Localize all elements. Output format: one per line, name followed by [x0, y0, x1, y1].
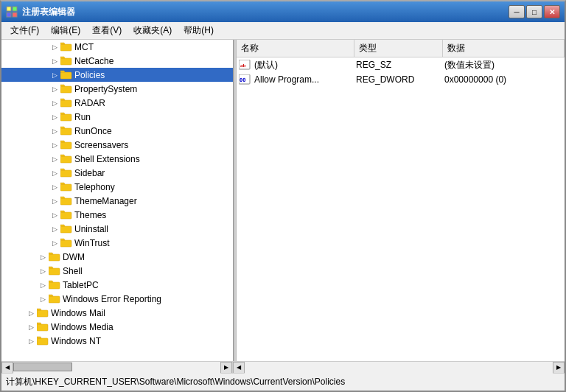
- expand-arrow-telephony[interactable]: ▷: [49, 180, 60, 194]
- tree-item-dwm[interactable]: ▷ DWM: [1, 250, 233, 264]
- tree-item-sidebar[interactable]: ▷ Sidebar: [1, 166, 233, 180]
- tree-item-winerrorreporting[interactable]: ▷ Windows Error Reporting: [1, 292, 233, 306]
- tree-label-netcache: NetCache: [74, 56, 113, 66]
- tree-item-run[interactable]: ▷ Run: [1, 110, 233, 124]
- column-header-data[interactable]: 数据: [443, 40, 565, 57]
- expand-arrow-tabletpc[interactable]: ▷: [37, 278, 49, 292]
- expand-arrow-netcache[interactable]: ▷: [49, 54, 60, 68]
- hscroll-right-right-btn[interactable]: ▶: [553, 362, 565, 374]
- menu-item-help[interactable]: 帮助(H): [178, 23, 220, 38]
- hscroll-right-btn[interactable]: ▶: [220, 362, 232, 374]
- tree-item-propertysystem[interactable]: ▷ PropertySystem: [1, 82, 233, 96]
- tree-item-windowsmedia[interactable]: ▷ Windows Media: [1, 320, 233, 334]
- maximize-button[interactable]: □: [526, 5, 542, 18]
- svg-rect-0: [7, 7, 11, 11]
- expand-arrow-run[interactable]: ▷: [49, 110, 60, 124]
- hscroll-right-left-btn[interactable]: ◀: [233, 362, 245, 374]
- minimize-button[interactable]: ─: [509, 5, 525, 18]
- column-header-name[interactable]: 名称: [237, 40, 354, 57]
- expand-arrow-uninstall[interactable]: ▷: [49, 222, 60, 236]
- tree-item-wintrust[interactable]: ▷ WinTrust: [1, 236, 233, 250]
- tree-scroll[interactable]: ▷ MCT▷ NetCache▷ Policies▷ PropertySyste…: [1, 40, 233, 361]
- expand-arrow-shell[interactable]: ▷: [37, 264, 49, 278]
- menu-item-file[interactable]: 文件(F): [4, 23, 45, 38]
- folder-icon-dwm: [49, 251, 60, 263]
- reg-row-1[interactable]: 00Allow Program...REG_DWORD0x00000000 (0…: [237, 72, 565, 87]
- tree-item-uninstall[interactable]: ▷ Uninstall: [1, 222, 233, 236]
- svg-rect-12: [60, 156, 71, 163]
- tree-label-sidebar: Sidebar: [74, 168, 105, 178]
- expand-arrow-policies[interactable]: ▷: [49, 68, 60, 82]
- expand-arrow-mct[interactable]: ▷: [49, 40, 60, 54]
- expand-arrow-themes[interactable]: ▷: [49, 208, 60, 222]
- window-title: 注册表编辑器: [22, 6, 509, 18]
- folder-icon-winerrorreporting: [49, 293, 60, 305]
- folder-icon-radar: [60, 97, 72, 109]
- hscroll-right-track[interactable]: [245, 362, 553, 374]
- tree-label-dwm: DWM: [63, 252, 85, 262]
- expand-arrow-windowsnt[interactable]: ▷: [25, 334, 37, 348]
- tree-item-shellextensions[interactable]: ▷ Shell Extensions: [1, 152, 233, 166]
- expand-arrow-windowsmedia[interactable]: ▷: [25, 320, 37, 334]
- reg-row-0[interactable]: ab(默认)REG_SZ(数值未设置): [237, 57, 565, 72]
- expand-arrow-wintrust[interactable]: ▷: [49, 236, 60, 250]
- tree-item-radar[interactable]: ▷ RADAR: [1, 96, 233, 110]
- svg-rect-23: [37, 310, 48, 317]
- tree-item-screensavers[interactable]: ▷ Screensavers: [1, 138, 233, 152]
- expand-arrow-sidebar[interactable]: ▷: [49, 166, 60, 180]
- tree-item-telephony[interactable]: ▷ Telephony: [1, 180, 233, 194]
- tree-item-windowsnt[interactable]: ▷ Windows NT: [1, 334, 233, 348]
- svg-rect-24: [37, 324, 48, 331]
- tree-item-windowsmail[interactable]: ▷ Windows Mail: [1, 306, 233, 320]
- expand-arrow-radar[interactable]: ▷: [49, 96, 60, 110]
- tree-label-mct: MCT: [74, 42, 94, 52]
- svg-rect-13: [60, 170, 71, 177]
- expand-arrow-runonce[interactable]: ▷: [49, 124, 60, 138]
- svg-rect-25: [37, 338, 48, 345]
- tree-item-thememanager[interactable]: ▷ ThemeManager: [1, 194, 233, 208]
- expand-arrow-shellextensions[interactable]: ▷: [49, 152, 60, 166]
- expand-arrow-dwm[interactable]: ▷: [37, 250, 49, 264]
- tree-label-windowsnt: Windows NT: [51, 336, 101, 346]
- svg-text:ab: ab: [240, 63, 246, 69]
- svg-rect-16: [60, 212, 71, 219]
- registry-values[interactable]: ab(默认)REG_SZ(数值未设置)00Allow Program...REG…: [237, 57, 565, 361]
- tree-item-tabletpc[interactable]: ▷ TabletPC: [1, 278, 233, 292]
- hscroll-left-track[interactable]: [13, 362, 220, 374]
- right-panel: 名称 类型 数据 ab(默认)REG_SZ(数值未设置)00Allow Prog…: [237, 40, 565, 361]
- menu-item-view[interactable]: 查看(V): [86, 23, 127, 38]
- hscroll-left-btn[interactable]: ◀: [1, 362, 13, 374]
- main-content: ▷ MCT▷ NetCache▷ Policies▷ PropertySyste…: [1, 40, 565, 361]
- svg-rect-1: [13, 7, 17, 11]
- expand-arrow-screensavers[interactable]: ▷: [49, 138, 60, 152]
- folder-icon-run: [60, 111, 72, 123]
- reg-icon-0: ab: [238, 58, 251, 71]
- tree-item-netcache[interactable]: ▷ NetCache: [1, 54, 233, 68]
- tree-label-windowsmail: Windows Mail: [51, 308, 105, 318]
- expand-arrow-winerrorreporting[interactable]: ▷: [37, 292, 49, 306]
- svg-rect-22: [49, 296, 60, 303]
- column-header-type[interactable]: 类型: [354, 40, 443, 57]
- right-hscroll: ◀ ▶: [233, 362, 565, 373]
- svg-rect-8: [60, 100, 71, 107]
- tree-item-policies[interactable]: ▷ Policies: [1, 68, 233, 82]
- tree-item-runonce[interactable]: ▷ RunOnce: [1, 124, 233, 138]
- status-path: 计算机\HKEY_CURRENT_USER\Software\Microsoft…: [6, 376, 345, 388]
- expand-arrow-propertysystem[interactable]: ▷: [49, 82, 60, 96]
- tree-item-themes[interactable]: ▷ Themes: [1, 208, 233, 222]
- expand-arrow-thememanager[interactable]: ▷: [49, 194, 60, 208]
- svg-rect-11: [60, 142, 71, 149]
- hscroll-left-thumb[interactable]: [13, 363, 72, 371]
- tree-label-shell: Shell: [63, 266, 83, 276]
- folder-icon-propertysystem: [60, 83, 72, 95]
- tree-label-themes: Themes: [74, 210, 106, 220]
- app-icon: [6, 6, 18, 18]
- expand-arrow-windowsmail[interactable]: ▷: [25, 306, 37, 320]
- menu-item-favorites[interactable]: 收藏夹(A): [127, 23, 178, 38]
- tree-item-shell[interactable]: ▷ Shell: [1, 264, 233, 278]
- tree-item-mct[interactable]: ▷ MCT: [1, 40, 233, 54]
- folder-icon-runonce: [60, 125, 72, 137]
- close-button[interactable]: ✕: [544, 5, 560, 18]
- menu-item-edit[interactable]: 编辑(E): [45, 23, 86, 38]
- reg-icon-1: 00: [238, 73, 251, 86]
